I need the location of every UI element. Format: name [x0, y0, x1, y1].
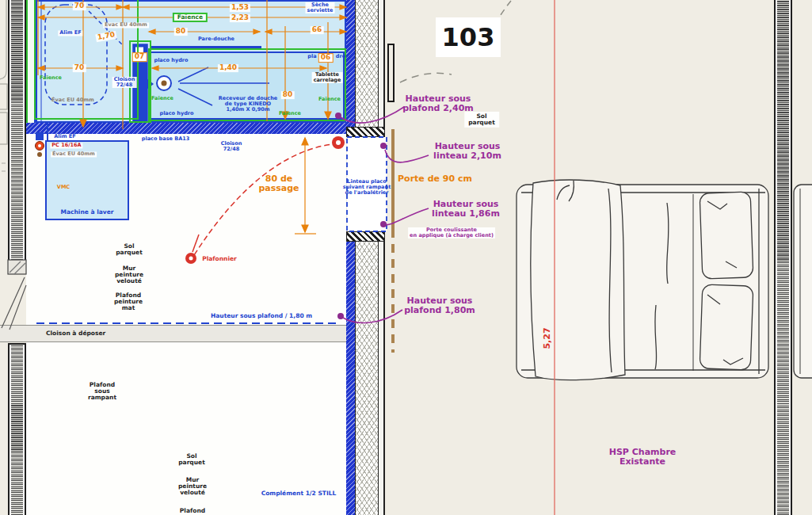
left-wall-upper [8, 0, 26, 261]
adjacent-fixtures-left [0, 0, 7, 171]
adjacent-bed-drawing [794, 185, 812, 378]
door-header [346, 127, 385, 137]
annotation-porte-90: Porte de 90 cm [398, 174, 472, 184]
annotation-dim-527: 5,27 [543, 327, 552, 349]
center-wall-blue-lower [346, 242, 355, 515]
door-sill [346, 231, 385, 242]
center-wall-lining-lower [379, 242, 385, 515]
annotation-porte-coulissante: Porte coulissante en applique (à charge … [408, 227, 495, 238]
bathroom-floor [36, 0, 346, 123]
bathroom-left-wall [26, 0, 36, 123]
annotation-sol-parquet: Sol parquet [464, 112, 499, 128]
floor-plan: 103 70 1,53 2,23 80 66 1,70 70 1,40 80 0… [0, 0, 812, 515]
center-wall-blue-upper [346, 0, 355, 127]
annotation-hsp-chambre: HSP Chambre Existante [609, 448, 677, 467]
center-wall-insulation-upper [355, 0, 379, 127]
left-wall-lower [8, 343, 26, 515]
annotation-hsp-240: Hauteur sous plafond 2,40m [402, 94, 474, 113]
existing-wall-jamb [387, 44, 395, 102]
bed-drawing [517, 180, 768, 380]
label-linteau-placo: Linteau placo suivant rampant de l'arbal… [343, 179, 391, 196]
right-wall [774, 0, 792, 515]
annotation-hsp-180: Hauteur sous plafond 1,80m [404, 296, 475, 315]
cloison-a-deposer-band [0, 325, 346, 342]
annotation-linteau-186: Hauteur sous linteau 1,86m [432, 200, 500, 219]
left-wall-opening [2, 260, 26, 330]
room-number-label: 103 [436, 17, 501, 57]
bathroom-bottom-wall [26, 123, 356, 134]
annotation-linteau-210: Hauteur sous linteau 2,10m [433, 142, 501, 161]
center-wall-lining-upper [379, 0, 385, 127]
center-wall-insulation-lower [355, 242, 379, 515]
